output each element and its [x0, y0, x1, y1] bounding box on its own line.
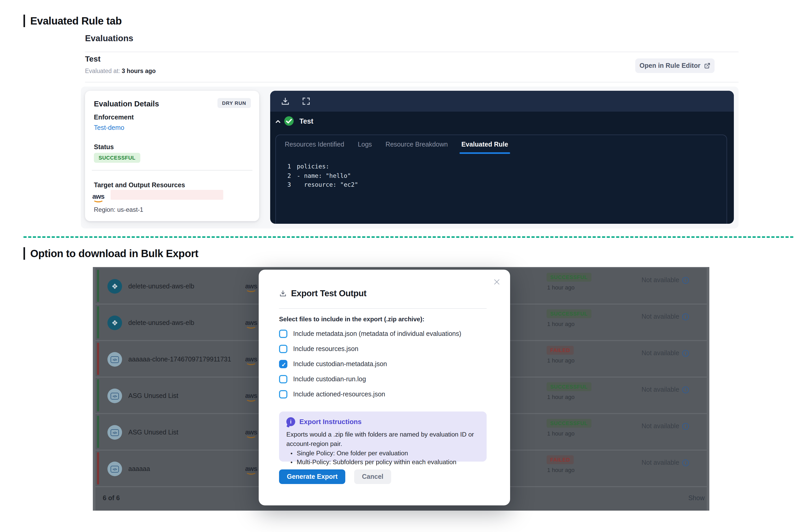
viewer-tabs: Resources Identified Logs Resource Break… [284, 135, 509, 154]
success-check-icon [284, 116, 293, 126]
code-chip-glyph: </> [111, 466, 119, 472]
row-name: aaaaaa-clone-17467097179911731 [128, 356, 231, 363]
modal-title: Export Test Output [291, 288, 366, 298]
aws-logo-text: aws [245, 355, 257, 363]
run-name: Test [299, 117, 314, 125]
availability: Not available [642, 386, 689, 393]
checkbox-checked[interactable] [279, 360, 287, 368]
checkbox-resources-json[interactable]: Include resources.json [279, 345, 358, 353]
status-bar [97, 270, 99, 302]
bullet-dot: • [290, 458, 292, 466]
divider [85, 82, 739, 82]
code-chip-glyph: </> [111, 393, 119, 399]
tab-evaluated-rule[interactable]: Evaluated Rule [460, 135, 509, 154]
info-icon[interactable] [682, 423, 689, 430]
availability-text: Not available [642, 459, 679, 466]
aws-logo-text: aws [245, 428, 257, 436]
tab-resource-breakdown[interactable]: Resource Breakdown [384, 135, 449, 154]
dry-run-badge: DRY RUN [217, 98, 251, 108]
policy-diamond-icon: ❖ [108, 279, 122, 293]
close-icon[interactable] [493, 278, 501, 286]
checkbox-label: Include custodian-metadata.json [293, 360, 387, 368]
checkbox-custodian-metadata-json[interactable]: Include custodian-metadata.json [279, 360, 387, 368]
show-per-page[interactable]: Show [688, 494, 705, 502]
viewer-toolbar [270, 91, 734, 112]
enforcement-label: Enforcement [94, 114, 134, 121]
tab-logs[interactable]: Logs [357, 135, 373, 154]
instructions-bullet: •Single Policy: One folder per evaluatio… [286, 449, 479, 457]
checkbox-label: Include metadata.json (metadata of indiv… [293, 330, 461, 338]
checkbox-unchecked[interactable] [279, 330, 287, 338]
status-badge: SUCCESSFUL [547, 309, 591, 318]
evaluations-title: Evaluations [85, 33, 133, 43]
evaluated-at-label: Evaluated at: [85, 68, 120, 74]
evaluation-viewer-panel: Test Resources Identified Logs Resource … [270, 91, 734, 224]
section-heading-bulk-export: Option to download in Bulk Export [23, 247, 198, 260]
instructions-bullet: •Multi-Policy: Subfolders per policy wit… [286, 458, 479, 466]
aws-logo-text: aws [245, 392, 257, 400]
export-instructions-box: i Export Instructions Exports would a .z… [279, 412, 487, 461]
checkbox-unchecked[interactable] [279, 345, 287, 353]
line-number: 3 [287, 180, 297, 190]
download-icon[interactable] [281, 96, 290, 106]
tab-resources-identified[interactable]: Resources Identified [284, 135, 345, 154]
collapse-chevron-icon[interactable] [274, 118, 282, 125]
generate-export-button[interactable]: Generate Export [279, 470, 345, 484]
info-icon[interactable] [682, 459, 689, 466]
info-icon[interactable] [682, 350, 689, 357]
availability: Not available [642, 349, 689, 357]
code-policy-icon: </> [108, 388, 122, 403]
code-policy-icon: </> [108, 425, 122, 440]
row-name: delete-unused-aws-elb [128, 319, 194, 326]
code-line: resource: "ec2" [297, 181, 358, 188]
divider [92, 170, 252, 171]
info-icon[interactable] [682, 277, 689, 283]
checkbox-unchecked[interactable] [279, 390, 287, 398]
enforcement-link[interactable]: Test-demo [94, 124, 125, 131]
checkbox-actioned-resources-json[interactable]: Include actioned-resources.json [279, 390, 385, 398]
bullet-text: Single Policy: One folder per evaluation [297, 449, 408, 457]
target-resource: aws [92, 191, 104, 201]
status-badge: SUCCESSFUL [547, 419, 591, 428]
bullet-dot: • [290, 449, 292, 457]
cancel-button[interactable]: Cancel [354, 470, 391, 484]
status-badge: SUCCESSFUL [547, 382, 591, 391]
fullscreen-icon[interactable] [302, 96, 311, 106]
info-icon[interactable] [682, 386, 689, 393]
external-link-icon [704, 62, 710, 69]
availability-text: Not available [642, 349, 679, 357]
line-number: 2 [287, 171, 297, 180]
code-policy-icon: </> [108, 352, 122, 367]
checkbox-metadata-json[interactable]: Include metadata.json (metadata of indiv… [279, 330, 461, 338]
open-in-rule-editor-label: Open in Rule Editor [640, 62, 700, 69]
code-line: policies: [297, 163, 329, 170]
aws-logo-text: aws [245, 465, 257, 473]
checkbox-unchecked[interactable] [279, 375, 287, 383]
aws-logo: aws [245, 391, 257, 400]
info-icon[interactable] [682, 313, 689, 320]
download-icon [279, 289, 287, 297]
checkbox-label: Include resources.json [293, 345, 358, 353]
divider [85, 52, 739, 52]
policy-diamond-icon: ❖ [108, 316, 122, 330]
checkbox-label: Include custodian-run.log [293, 376, 366, 383]
checkbox-label: Include actioned-resources.json [293, 391, 385, 398]
section-separator [23, 236, 793, 238]
open-in-rule-editor-button[interactable]: Open in Rule Editor [635, 58, 715, 73]
availability-text: Not available [642, 277, 679, 284]
evaluation-name: Test [85, 54, 100, 63]
status-bar [97, 306, 99, 339]
region-text: Region: us-east-1 [94, 206, 143, 213]
viewer-tab-panel: Resources Identified Logs Resource Break… [276, 135, 727, 224]
redacted-account-text [111, 190, 223, 200]
row-name: ASG Unused List [128, 429, 178, 436]
instructions-line1: Exports would a .zip file with folders a… [286, 431, 474, 438]
evaluation-details-card: Evaluation Details DRY RUN Enforcement T… [85, 91, 259, 221]
section-heading-evaluated-rule: Evaluated Rule tab [23, 15, 122, 27]
aws-logo: aws [245, 354, 257, 363]
row-time: 1 hour ago [547, 394, 574, 400]
row-name: aaaaaa [128, 465, 150, 473]
instructions-header: i Export Instructions [286, 417, 479, 426]
aws-logo-text: aws [245, 319, 257, 326]
checkbox-custodian-run-log[interactable]: Include custodian-run.log [279, 375, 366, 383]
